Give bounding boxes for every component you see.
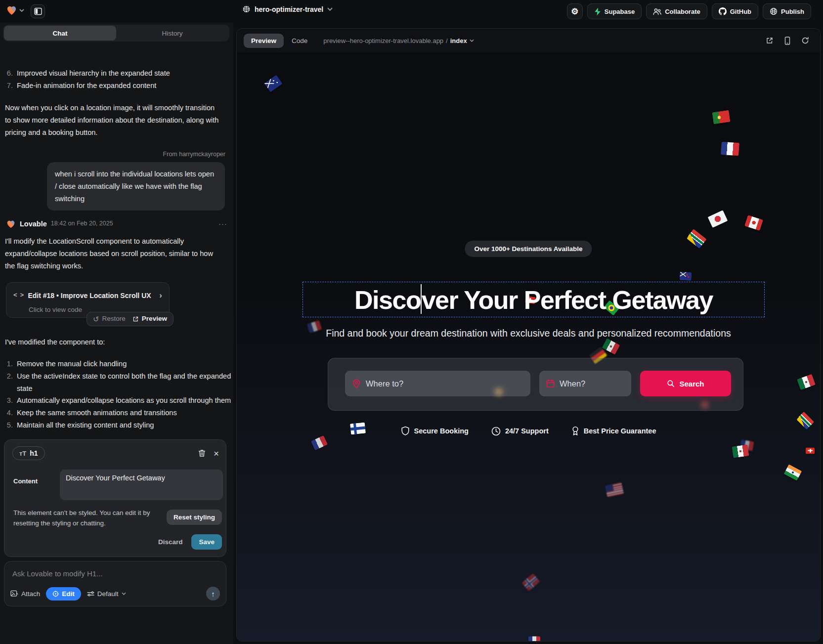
tab-code[interactable]: Code: [292, 37, 307, 44]
assistant-paragraph: Now when you click on a location image, …: [0, 102, 227, 138]
save-button[interactable]: Save: [191, 534, 222, 550]
content-field-label: Content: [13, 477, 38, 485]
project-switcher[interactable]: hero-optimizer-travel: [242, 5, 333, 13]
assistant-list-bottom: Remove the manual click handlingUse the …: [15, 358, 233, 431]
clock-icon: [491, 427, 501, 436]
h1-selection-outline[interactable]: Discover Your Perfect Getaway: [303, 282, 765, 317]
user-message-bubble: when i scroll into the individual locati…: [47, 162, 225, 211]
preview-url[interactable]: preview--hero-optimizer-travel.lovable.a…: [323, 37, 474, 44]
calendar-icon: [546, 379, 555, 388]
lovable-heart-icon: [6, 5, 17, 15]
attach-button[interactable]: Attach: [10, 590, 40, 598]
tab-preview[interactable]: Preview: [244, 34, 284, 48]
assistant-list-item: Remove the manual click handling: [15, 358, 233, 370]
search-button[interactable]: Search: [640, 371, 731, 396]
feature-label: 24/7 Support: [505, 427, 549, 435]
supabase-button[interactable]: Supabase: [587, 3, 642, 19]
tab-chat[interactable]: Chat: [4, 26, 116, 41]
chat-sidebar: Chat History Improved visual hierarchy i…: [0, 23, 233, 644]
edit-mode-label: Edit: [62, 590, 75, 598]
lovable-heart-icon: [6, 219, 16, 228]
element-tag: h1: [30, 449, 38, 457]
france-flag-icon: [721, 142, 739, 156]
destinations-badge: Over 1000+ Destinations Available: [465, 241, 592, 257]
user-attribution: From harrymckayroper: [163, 149, 225, 160]
element-editor-panel: тT h1 × Content Discover Your Perfect Ge…: [4, 439, 226, 557]
image-attach-icon: [10, 590, 18, 597]
website-viewport: Over 1000+ Destinations Available Discov…: [237, 52, 820, 642]
hero-heading[interactable]: Discover Your Perfect Getaway: [354, 284, 713, 315]
version-actions: ↺ Restore Preview: [87, 312, 173, 326]
assistant-list-item: Maintain all the existing content and st…: [15, 419, 233, 431]
supabase-bolt-icon: [594, 7, 601, 16]
chat-transcript: Improved visual hierarchy in the expande…: [0, 42, 233, 467]
assistant-list-item: Keep the same smooth animations and tran…: [15, 407, 233, 419]
composer-input[interactable]: Ask Lovable to modify H1...: [12, 569, 103, 578]
message-more-button[interactable]: ···: [218, 217, 227, 230]
assistant-paragraph: I've modified the component to:: [0, 336, 227, 348]
search-icon: [667, 380, 675, 387]
edit-mode-button[interactable]: Edit: [46, 587, 81, 601]
element-tag-badge[interactable]: тT h1: [12, 446, 45, 460]
australia-flag-icon: [264, 75, 282, 92]
feature-label: Best Price Guarantee: [584, 427, 656, 435]
typography-icon: тT: [19, 450, 26, 457]
assistant-list-item: Use the activeIndex state to control bot…: [15, 370, 233, 395]
content-textarea[interactable]: Discover Your Perfect Getaway: [60, 470, 223, 500]
refresh-button[interactable]: [801, 37, 809, 44]
users-icon: [653, 8, 661, 15]
url-page: index: [450, 37, 467, 44]
hero-heading-text: ver Your Perfect Getaway: [422, 286, 713, 314]
delete-element-button[interactable]: [198, 449, 206, 457]
publish-label: Publish: [781, 8, 804, 15]
reset-styling-button[interactable]: Reset styling: [167, 510, 222, 525]
gear-icon: ⚙: [571, 7, 578, 16]
preview-version-button[interactable]: Preview: [132, 313, 167, 325]
panel-toggle-icon: [34, 7, 42, 15]
mode-selector[interactable]: Default: [87, 590, 126, 598]
shield-icon: [401, 426, 410, 436]
url-divider: /: [446, 37, 448, 44]
mode-label: Default: [97, 590, 119, 598]
india-flag-icon: [784, 464, 802, 481]
publish-button[interactable]: Publish: [763, 3, 811, 19]
where-to-placeholder: Where to?: [366, 379, 403, 388]
restore-icon: ↺: [93, 313, 99, 326]
search-label: Search: [679, 380, 704, 388]
send-button[interactable]: ↑: [206, 587, 220, 601]
feature-support: 24/7 Support: [491, 426, 549, 436]
sidebar-toggle-button[interactable]: [31, 4, 45, 18]
settings-button[interactable]: ⚙: [567, 3, 583, 19]
collaborate-button[interactable]: Collaborate: [646, 3, 707, 19]
assistant-list-item: Improved visual hierarchy in the expande…: [15, 67, 170, 80]
github-label: GitHub: [730, 8, 751, 15]
where-to-input[interactable]: Where to?: [345, 371, 530, 396]
tab-history[interactable]: History: [116, 26, 228, 41]
discard-button[interactable]: Discard: [158, 538, 183, 546]
when-input[interactable]: When?: [539, 371, 631, 396]
target-icon: [52, 591, 59, 597]
lovable-logo-menu[interactable]: [6, 5, 24, 15]
lovable-app: hero-optimizer-travel ⚙ Supabase: [0, 0, 823, 644]
close-icon[interactable]: ×: [214, 449, 219, 458]
chat-composer[interactable]: Ask Lovable to modify H1... Attach: [4, 561, 226, 606]
attach-label: Attach: [21, 590, 40, 598]
restore-button[interactable]: ↺ Restore: [93, 313, 126, 326]
portugal-flag-icon: [712, 110, 730, 124]
project-name: hero-optimizer-travel: [255, 5, 323, 13]
mobile-view-button[interactable]: [784, 37, 790, 45]
restore-label: Restore: [102, 313, 126, 325]
assistant-paragraph: I'll modify the LocationScroll component…: [0, 235, 228, 272]
new-zealand-flag-icon: [680, 272, 692, 281]
preview-panel: Preview Code preview--hero-optimizer-tra…: [236, 28, 821, 642]
assistant-message-header: Lovable 18:42 on Feb 20, 2025 ···: [6, 218, 227, 229]
france-flag-icon: [528, 637, 540, 642]
feature-best-price: Best Price Guarantee: [571, 426, 656, 436]
japan-flag-icon: [708, 210, 728, 228]
chevron-down-icon: [327, 7, 333, 11]
github-button[interactable]: GitHub: [712, 3, 758, 19]
open-in-new-tab-button[interactable]: [766, 37, 774, 44]
mexico-flag-icon: [732, 444, 749, 458]
location-pin-icon: [352, 379, 361, 388]
feature-badges-row: Secure Booking 24/7 Support: [237, 426, 820, 436]
